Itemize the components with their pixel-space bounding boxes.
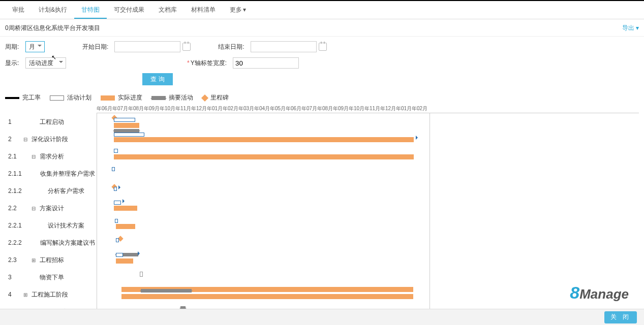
bar-actual (121, 294, 413, 299)
bar-plan (114, 149, 118, 153)
timeline-tick: 年11月 (175, 105, 191, 112)
row-label: 深化设计阶段 (29, 135, 72, 144)
timeline-tick: 年06月 (97, 105, 112, 112)
end-date-input[interactable] (251, 41, 317, 52)
legend-completion-icon (5, 97, 19, 99)
row-label: 工程施工阶段 (29, 290, 72, 299)
expand-icon[interactable]: ⊞ (32, 257, 38, 263)
timeline-tick: 年07月 (112, 105, 128, 112)
plot-row (97, 113, 430, 131)
row-label: 设计技术方案 (46, 221, 88, 230)
tab-approve[interactable]: 审批 (5, 1, 32, 19)
row-number: 3 (5, 274, 23, 281)
calendar-icon[interactable] (319, 43, 327, 51)
legend-actual: 实际进度 (118, 93, 142, 102)
bar-plan (114, 133, 144, 137)
row-label: 工程招标 (38, 256, 68, 265)
timeline-tick: 年09月 (144, 105, 160, 112)
row-number: 2.3 (5, 256, 23, 264)
timeline-tick: 年09月 (333, 105, 349, 112)
arrow-icon (138, 251, 142, 255)
collapse-icon[interactable]: ⊟ (23, 137, 29, 142)
timeline-header: 年06月年07月年08月年09月年10月年11月年12月年01月年02月年03月… (97, 105, 639, 113)
row-label: 需求分析 (38, 152, 68, 161)
row-label: 编写解决方案建议书 (38, 239, 99, 247)
plot-row (97, 251, 430, 269)
export-link[interactable]: 导出 ▾ (622, 19, 639, 37)
logo: 8Manage (570, 283, 629, 303)
legend-plan-icon (50, 95, 64, 101)
bar-plan (112, 167, 115, 171)
row-number: 2.2.2 (5, 239, 22, 246)
timeline-tick: 年05月 (270, 105, 286, 112)
footer: 关 闭 (0, 309, 644, 325)
legend-summary-icon (151, 96, 166, 100)
start-date-input[interactable] (114, 41, 180, 52)
collapse-icon[interactable]: ⊟ (32, 154, 38, 159)
bar-plan (116, 253, 123, 257)
timeline-tick: 年08月 (128, 105, 144, 112)
row-number: 2.1.1 (5, 170, 22, 177)
collapse-icon[interactable]: ⊟ (32, 206, 38, 211)
row-label: 物资下单 (38, 273, 68, 282)
plot-row (97, 165, 430, 182)
plot-row (97, 286, 430, 303)
timeline-tick: 年01月 (207, 105, 223, 112)
bar-summary (141, 289, 192, 292)
tab-deliverable[interactable]: 可交付成果 (107, 1, 151, 19)
timeline-tick: 年12月 (191, 105, 207, 112)
tab-docs[interactable]: 文档库 (151, 1, 184, 19)
timeline-tick: 年07月 (301, 105, 317, 112)
legend-actual-icon (101, 95, 115, 101)
timeline-tick: 年01月 (396, 105, 412, 112)
close-button[interactable]: 关 闭 (604, 311, 637, 323)
tab-gantt[interactable]: 甘特图 (74, 1, 107, 19)
display-select[interactable]: 活动进度 (25, 57, 66, 69)
expand-icon[interactable]: ⊞ (23, 292, 29, 298)
bar-actual (114, 154, 414, 159)
ylabel-input[interactable] (233, 57, 299, 69)
row-number: 2.1 (5, 153, 23, 160)
required-star: * (187, 59, 190, 67)
row-label: 工程启动 (38, 118, 68, 126)
bar-plan (114, 201, 121, 205)
row-label: 方案设计 (38, 204, 68, 213)
legend-summary: 摘要活动 (169, 93, 193, 102)
tab-more-label: 更多 (230, 6, 242, 13)
calendar-icon[interactable] (182, 43, 191, 51)
tab-plan-exec[interactable]: 计划&执行 (32, 1, 74, 19)
bar-plan (114, 187, 117, 191)
export-label: 导出 (622, 24, 634, 31)
row-number: 2.1.2 (5, 187, 23, 194)
timeline-tick: 年08月 (317, 105, 333, 112)
row-number: 4 (5, 291, 23, 298)
logo-rest: Manage (579, 286, 629, 302)
query-button[interactable]: 查 询 (142, 73, 173, 85)
plot-row (97, 234, 430, 251)
timeline-tick: 年10月 (349, 105, 364, 112)
row-number: 2.2.1 (5, 222, 23, 229)
ylabel-label: Y轴标签宽度: (191, 59, 227, 67)
period-label: 周期: (5, 43, 19, 51)
end-date-label: 结束日期: (218, 43, 244, 51)
chevron-down-icon: ▾ (243, 6, 246, 13)
tab-materials[interactable]: 材料清单 (184, 1, 223, 19)
timeline-tick: 年03月 (238, 105, 254, 112)
bar-actual (116, 224, 135, 229)
task-box (140, 272, 143, 277)
tab-more[interactable]: 更多▾ (223, 1, 253, 19)
chevron-down-icon: ▾ (636, 24, 639, 31)
bar-actual (114, 123, 139, 128)
tabs-bar: 审批 计划&执行 甘特图 可交付成果 文档库 材料清单 更多▾ (0, 1, 644, 19)
timeline-tick: 年10月 (160, 105, 175, 112)
timeline-tick: 年02月 (223, 105, 238, 112)
arrow-icon (122, 199, 127, 203)
bar-plan (116, 238, 119, 242)
project-title: 0周桥灌区信息化系统平台开发项目 (5, 19, 100, 37)
period-select[interactable]: 月 (25, 41, 45, 52)
row-number: 2.2 (5, 205, 23, 212)
row-number: 1 (5, 118, 23, 125)
timeline-tick: 年04月 (254, 105, 270, 112)
bar-actual (116, 258, 133, 264)
plot-row (97, 148, 430, 165)
